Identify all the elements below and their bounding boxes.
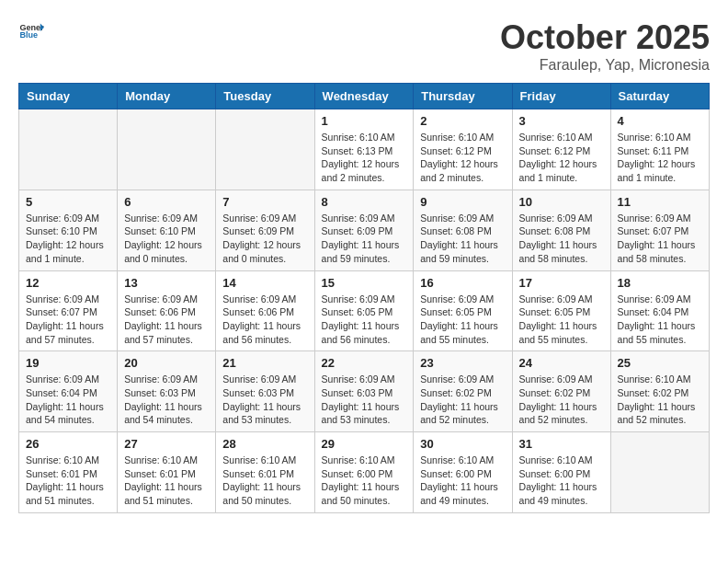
day-info: Sunrise: 6:09 AMSunset: 6:03 PMDaylight:… — [124, 373, 209, 427]
day-number: 28 — [222, 437, 307, 451]
day-number: 9 — [420, 195, 505, 209]
day-info: Sunrise: 6:09 AMSunset: 6:09 PMDaylight:… — [222, 212, 307, 266]
calendar-cell: 15Sunrise: 6:09 AMSunset: 6:05 PMDayligh… — [314, 270, 414, 351]
day-info: Sunrise: 6:09 AMSunset: 6:10 PMDaylight:… — [124, 212, 209, 266]
calendar-cell: 4Sunrise: 6:10 AMSunset: 6:11 PMDaylight… — [610, 109, 709, 190]
weekday-header-row: SundayMondayTuesdayWednesdayThursdayFrid… — [19, 84, 710, 109]
week-row-5: 26Sunrise: 6:10 AMSunset: 6:01 PMDayligh… — [19, 432, 710, 513]
day-number: 14 — [222, 276, 307, 290]
calendar-cell: 22Sunrise: 6:09 AMSunset: 6:03 PMDayligh… — [314, 351, 414, 432]
day-number: 29 — [322, 437, 407, 451]
logo: General Blue — [18, 18, 44, 44]
day-info: Sunrise: 6:09 AMSunset: 6:09 PMDaylight:… — [322, 212, 407, 266]
calendar-table: SundayMondayTuesdayWednesdayThursdayFrid… — [18, 83, 710, 513]
calendar-cell — [610, 432, 709, 513]
day-info: Sunrise: 6:10 AMSunset: 6:00 PMDaylight:… — [519, 454, 604, 508]
day-number: 3 — [519, 114, 604, 128]
month-title: October 2025 — [500, 18, 710, 57]
day-number: 21 — [222, 356, 307, 370]
week-row-3: 12Sunrise: 6:09 AMSunset: 6:07 PMDayligh… — [19, 270, 710, 351]
calendar-cell: 8Sunrise: 6:09 AMSunset: 6:09 PMDaylight… — [314, 190, 414, 270]
calendar-cell: 12Sunrise: 6:09 AMSunset: 6:07 PMDayligh… — [19, 270, 118, 351]
day-info: Sunrise: 6:10 AMSunset: 6:00 PMDaylight:… — [420, 454, 505, 508]
day-number: 19 — [26, 356, 110, 370]
calendar-cell: 14Sunrise: 6:09 AMSunset: 6:06 PMDayligh… — [216, 270, 314, 351]
day-info: Sunrise: 6:09 AMSunset: 6:03 PMDaylight:… — [222, 373, 307, 427]
day-number: 13 — [124, 276, 209, 290]
day-number: 26 — [26, 437, 110, 451]
calendar-cell: 1Sunrise: 6:10 AMSunset: 6:13 PMDaylight… — [314, 109, 414, 190]
calendar-cell: 6Sunrise: 6:09 AMSunset: 6:10 PMDaylight… — [118, 190, 216, 270]
calendar-cell: 9Sunrise: 6:09 AMSunset: 6:08 PMDaylight… — [414, 190, 512, 270]
day-number: 6 — [124, 195, 209, 209]
calendar-cell: 3Sunrise: 6:10 AMSunset: 6:12 PMDaylight… — [512, 109, 610, 190]
day-number: 23 — [420, 356, 505, 370]
day-info: Sunrise: 6:09 AMSunset: 6:05 PMDaylight:… — [519, 293, 604, 347]
location-title: Faraulep, Yap, Micronesia — [500, 57, 710, 74]
title-block: October 2025 Faraulep, Yap, Micronesia — [500, 18, 710, 74]
day-number: 5 — [26, 195, 110, 209]
day-number: 12 — [26, 276, 110, 290]
day-info: Sunrise: 6:10 AMSunset: 6:00 PMDaylight:… — [322, 454, 407, 508]
week-row-4: 19Sunrise: 6:09 AMSunset: 6:04 PMDayligh… — [19, 351, 710, 432]
svg-text:Blue: Blue — [19, 30, 38, 40]
week-row-1: 1Sunrise: 6:10 AMSunset: 6:13 PMDaylight… — [19, 109, 710, 190]
day-info: Sunrise: 6:10 AMSunset: 6:12 PMDaylight:… — [519, 131, 604, 185]
day-info: Sunrise: 6:09 AMSunset: 6:06 PMDaylight:… — [222, 293, 307, 347]
day-number: 2 — [420, 114, 505, 128]
calendar-cell: 21Sunrise: 6:09 AMSunset: 6:03 PMDayligh… — [216, 351, 314, 432]
day-info: Sunrise: 6:10 AMSunset: 6:01 PMDaylight:… — [222, 454, 307, 508]
day-info: Sunrise: 6:09 AMSunset: 6:02 PMDaylight:… — [420, 373, 505, 427]
calendar-cell: 10Sunrise: 6:09 AMSunset: 6:08 PMDayligh… — [512, 190, 610, 270]
logo-icon: General Blue — [18, 18, 44, 44]
day-number: 20 — [124, 356, 209, 370]
day-number: 22 — [322, 356, 407, 370]
calendar-cell: 30Sunrise: 6:10 AMSunset: 6:00 PMDayligh… — [414, 432, 512, 513]
day-number: 8 — [322, 195, 407, 209]
day-info: Sunrise: 6:10 AMSunset: 6:02 PMDaylight:… — [618, 373, 702, 427]
day-info: Sunrise: 6:09 AMSunset: 6:06 PMDaylight:… — [124, 293, 209, 347]
calendar-cell: 5Sunrise: 6:09 AMSunset: 6:10 PMDaylight… — [19, 190, 118, 270]
calendar-cell: 18Sunrise: 6:09 AMSunset: 6:04 PMDayligh… — [610, 270, 709, 351]
day-number: 10 — [519, 195, 604, 209]
calendar-cell — [216, 109, 314, 190]
day-number: 24 — [519, 356, 604, 370]
day-number: 27 — [124, 437, 209, 451]
weekday-header-sunday: Sunday — [19, 84, 118, 109]
day-info: Sunrise: 6:10 AMSunset: 6:13 PMDaylight:… — [322, 131, 407, 185]
calendar-cell: 13Sunrise: 6:09 AMSunset: 6:06 PMDayligh… — [118, 270, 216, 351]
weekday-header-saturday: Saturday — [610, 84, 709, 109]
weekday-header-monday: Monday — [118, 84, 216, 109]
calendar-cell: 29Sunrise: 6:10 AMSunset: 6:00 PMDayligh… — [314, 432, 414, 513]
day-number: 4 — [618, 114, 702, 128]
day-number: 7 — [222, 195, 307, 209]
weekday-header-friday: Friday — [512, 84, 610, 109]
calendar-cell: 7Sunrise: 6:09 AMSunset: 6:09 PMDaylight… — [216, 190, 314, 270]
day-number: 11 — [618, 195, 702, 209]
calendar-cell: 17Sunrise: 6:09 AMSunset: 6:05 PMDayligh… — [512, 270, 610, 351]
calendar-cell: 16Sunrise: 6:09 AMSunset: 6:05 PMDayligh… — [414, 270, 512, 351]
day-info: Sunrise: 6:09 AMSunset: 6:04 PMDaylight:… — [26, 373, 110, 427]
week-row-2: 5Sunrise: 6:09 AMSunset: 6:10 PMDaylight… — [19, 190, 710, 270]
day-number: 25 — [618, 356, 702, 370]
weekday-header-wednesday: Wednesday — [314, 84, 414, 109]
day-number: 15 — [322, 276, 407, 290]
day-info: Sunrise: 6:10 AMSunset: 6:12 PMDaylight:… — [420, 131, 505, 185]
day-number: 17 — [519, 276, 604, 290]
page-header: General Blue October 2025 Faraulep, Yap,… — [18, 18, 710, 74]
day-info: Sunrise: 6:10 AMSunset: 6:01 PMDaylight:… — [124, 454, 209, 508]
weekday-header-thursday: Thursday — [414, 84, 512, 109]
day-info: Sunrise: 6:09 AMSunset: 6:04 PMDaylight:… — [618, 293, 702, 347]
calendar-cell: 31Sunrise: 6:10 AMSunset: 6:00 PMDayligh… — [512, 432, 610, 513]
day-info: Sunrise: 6:09 AMSunset: 6:02 PMDaylight:… — [519, 373, 604, 427]
calendar-cell: 26Sunrise: 6:10 AMSunset: 6:01 PMDayligh… — [19, 432, 118, 513]
day-info: Sunrise: 6:09 AMSunset: 6:08 PMDaylight:… — [420, 212, 505, 266]
calendar-cell — [19, 109, 118, 190]
calendar-cell: 27Sunrise: 6:10 AMSunset: 6:01 PMDayligh… — [118, 432, 216, 513]
day-number: 18 — [618, 276, 702, 290]
calendar-cell: 11Sunrise: 6:09 AMSunset: 6:07 PMDayligh… — [610, 190, 709, 270]
calendar-cell: 25Sunrise: 6:10 AMSunset: 6:02 PMDayligh… — [610, 351, 709, 432]
day-info: Sunrise: 6:09 AMSunset: 6:10 PMDaylight:… — [26, 212, 110, 266]
day-number: 1 — [322, 114, 407, 128]
weekday-header-tuesday: Tuesday — [216, 84, 314, 109]
